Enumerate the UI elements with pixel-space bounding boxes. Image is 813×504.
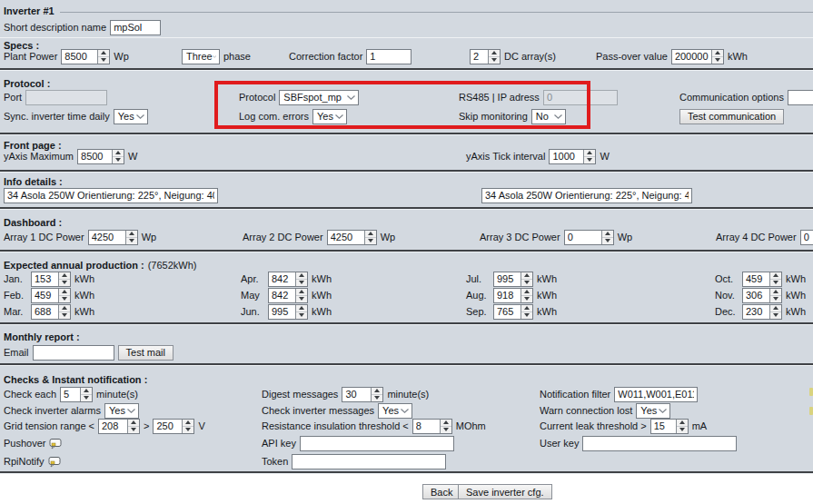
api-key-input[interactable] bbox=[300, 436, 454, 451]
spin-up-icon[interactable] bbox=[98, 50, 109, 56]
spin-down-icon[interactable] bbox=[296, 295, 307, 302]
spin-down-icon[interactable] bbox=[98, 56, 109, 64]
spin-up-icon[interactable] bbox=[521, 272, 532, 279]
spin-up-icon[interactable] bbox=[81, 388, 92, 394]
digest-input[interactable] bbox=[342, 388, 371, 401]
plant-power-spinner[interactable] bbox=[61, 49, 110, 64]
month-feb-input[interactable] bbox=[32, 289, 58, 302]
plant-power-input[interactable] bbox=[62, 50, 97, 64]
spin-down-icon[interactable] bbox=[59, 311, 70, 319]
info-details-input-2[interactable] bbox=[481, 188, 692, 203]
correction-factor-input[interactable] bbox=[366, 49, 411, 64]
back-button[interactable]: Back bbox=[422, 484, 461, 499]
comm-options-input[interactable] bbox=[788, 90, 813, 105]
spin-down-icon[interactable] bbox=[489, 56, 500, 64]
spin-down-icon[interactable] bbox=[602, 237, 613, 244]
spin-down-icon[interactable] bbox=[365, 237, 376, 244]
month-nov-spinner[interactable] bbox=[742, 288, 782, 303]
spin-down-icon[interactable] bbox=[521, 295, 532, 302]
leak-spinner[interactable] bbox=[650, 419, 689, 434]
month-oct-input[interactable] bbox=[743, 272, 769, 286]
digest-spinner[interactable] bbox=[342, 387, 383, 402]
spin-up-icon[interactable] bbox=[770, 305, 781, 311]
month-mar-input[interactable] bbox=[32, 305, 58, 319]
spin-up-icon[interactable] bbox=[113, 150, 124, 156]
protocol-select[interactable]: SBFspot_mp bbox=[279, 90, 359, 105]
yaxis-tick-spinner[interactable] bbox=[549, 149, 596, 164]
array3-spinner[interactable] bbox=[564, 230, 614, 245]
dc-arrays-spinner[interactable] bbox=[470, 49, 501, 64]
sync-time-select[interactable]: Yes bbox=[114, 109, 148, 124]
check-each-input[interactable] bbox=[61, 388, 80, 401]
month-dec-spinner[interactable] bbox=[742, 304, 782, 320]
spin-up-icon[interactable] bbox=[296, 289, 307, 295]
passover-spinner[interactable] bbox=[671, 49, 724, 64]
spin-down-icon[interactable] bbox=[677, 426, 688, 433]
month-jul-input[interactable] bbox=[494, 272, 521, 286]
spin-down-icon[interactable] bbox=[113, 156, 124, 163]
spin-up-icon[interactable] bbox=[770, 272, 781, 279]
short-desc-input[interactable] bbox=[110, 20, 161, 35]
array2-input[interactable] bbox=[328, 231, 364, 244]
month-mar-spinner[interactable] bbox=[31, 304, 71, 320]
month-may-input[interactable] bbox=[269, 289, 295, 302]
spin-down-icon[interactable] bbox=[584, 156, 595, 163]
spin-up-icon[interactable] bbox=[521, 289, 532, 295]
array2-spinner[interactable] bbox=[327, 230, 377, 245]
month-sep-input[interactable] bbox=[494, 305, 521, 319]
grid-low-spinner[interactable] bbox=[98, 419, 140, 434]
month-feb-spinner[interactable] bbox=[31, 288, 71, 303]
array1-input[interactable] bbox=[89, 231, 125, 244]
array4-input[interactable] bbox=[801, 231, 813, 244]
spin-down-icon[interactable] bbox=[59, 295, 70, 302]
spin-down-icon[interactable] bbox=[770, 311, 781, 319]
month-oct-spinner[interactable] bbox=[742, 272, 782, 287]
test-mail-button[interactable]: Test mail bbox=[118, 345, 174, 361]
inverter-alarms-select[interactable]: Yes bbox=[104, 403, 139, 419]
email-input[interactable] bbox=[33, 345, 114, 361]
spin-down-icon[interactable] bbox=[296, 311, 307, 319]
month-may-spinner[interactable] bbox=[268, 288, 308, 303]
array4-spinner[interactable] bbox=[800, 230, 813, 245]
pushover-help-icon[interactable] bbox=[49, 438, 63, 450]
spin-down-icon[interactable] bbox=[521, 311, 532, 319]
yaxis-tick-input[interactable] bbox=[550, 150, 583, 163]
log-errors-select[interactable]: Yes bbox=[312, 109, 347, 124]
spin-down-icon[interactable] bbox=[441, 426, 451, 433]
spin-up-icon[interactable] bbox=[677, 420, 688, 426]
spin-up-icon[interactable] bbox=[296, 272, 307, 279]
rpinotify-help-icon[interactable] bbox=[48, 456, 62, 468]
spin-down-icon[interactable] bbox=[372, 394, 382, 401]
month-jan-spinner[interactable] bbox=[31, 272, 71, 287]
month-jan-input[interactable] bbox=[32, 272, 58, 286]
spin-down-icon[interactable] bbox=[59, 279, 70, 286]
month-jun-spinner[interactable] bbox=[268, 304, 308, 320]
spin-up-icon[interactable] bbox=[770, 289, 781, 295]
month-nov-input[interactable] bbox=[743, 289, 769, 302]
save-inverter-button[interactable]: Save inverter cfg. bbox=[458, 484, 552, 499]
spin-up-icon[interactable] bbox=[712, 50, 723, 56]
yaxis-max-input[interactable] bbox=[78, 150, 112, 163]
yaxis-max-spinner[interactable] bbox=[77, 149, 124, 164]
month-jun-input[interactable] bbox=[269, 305, 295, 319]
dc-arrays-input[interactable] bbox=[471, 50, 488, 64]
month-dec-input[interactable] bbox=[743, 305, 769, 319]
phase-select[interactable]: Three bbox=[182, 49, 220, 64]
month-apr-spinner[interactable] bbox=[268, 272, 308, 287]
resistance-input[interactable] bbox=[413, 420, 440, 433]
spin-up-icon[interactable] bbox=[296, 305, 307, 311]
spin-down-icon[interactable] bbox=[770, 279, 781, 286]
token-input[interactable] bbox=[292, 454, 446, 469]
test-communication-button[interactable]: Test communication bbox=[679, 109, 784, 124]
spin-up-icon[interactable] bbox=[521, 305, 532, 311]
info-details-input-1[interactable] bbox=[4, 188, 218, 203]
spin-up-icon[interactable] bbox=[128, 420, 139, 426]
array1-spinner[interactable] bbox=[88, 230, 138, 245]
spin-up-icon[interactable] bbox=[126, 231, 137, 237]
month-sep-spinner[interactable] bbox=[493, 304, 533, 320]
spin-down-icon[interactable] bbox=[521, 279, 532, 286]
leak-input[interactable] bbox=[651, 420, 676, 433]
spin-up-icon[interactable] bbox=[59, 289, 70, 295]
spin-down-icon[interactable] bbox=[296, 279, 307, 286]
spin-up-icon[interactable] bbox=[489, 50, 500, 56]
